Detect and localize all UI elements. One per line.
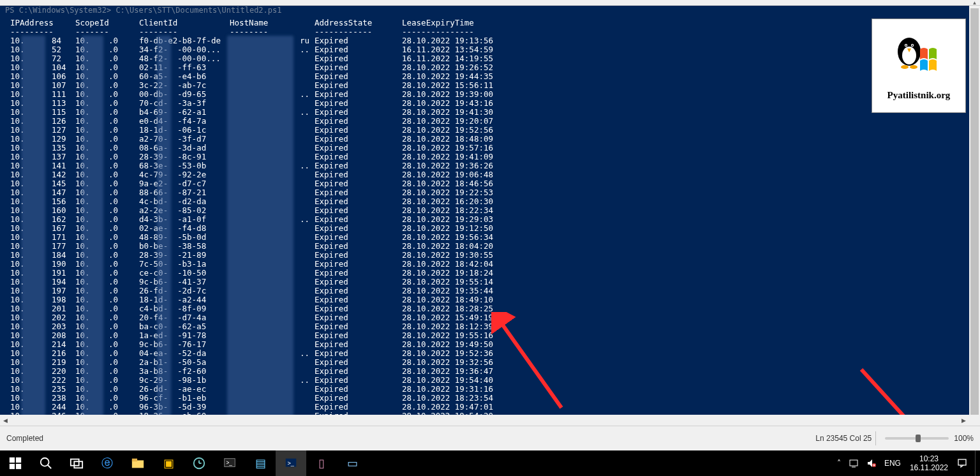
svg-point-3: [905, 45, 907, 46]
table-row: 10.19110..0ce-c0--10-50Expired28.10.2022…: [5, 269, 975, 278]
table-row: 10.11310..070-cd--3a-3fExpired28.10.2022…: [5, 99, 975, 108]
table-row: 10.17110..048-89--5b-0dExpired28.10.2022…: [5, 233, 975, 242]
table-row: 10.16010..0a2-2e--85-02Expired28.10.2022…: [5, 206, 975, 215]
table-row: 10.20110..0c4-bd--8f-09Expired28.10.2022…: [5, 304, 975, 313]
table-row: 10.5210..034-f2--00-00.....Expired16.11.…: [5, 45, 975, 54]
table-row: 10.14710..088-66--87-21Expired28.10.2022…: [5, 188, 975, 197]
table-row: 10.19410..09c-b6--41-37Expired28.10.2022…: [5, 278, 975, 286]
svg-point-8: [910, 65, 917, 69]
svg-rect-22: [132, 459, 137, 462]
table-row: 10.21410..09c-b6--76-17Expired28.10.2022…: [5, 340, 975, 349]
taskbar-app-explorer[interactable]: [122, 450, 153, 476]
table-row: 10.8410..0f0-db-e2-b8-7f-deruExpired28.1…: [5, 36, 975, 45]
table-row: 10.10710..03c-22--ab-7cExpired28.10.2022…: [5, 81, 975, 90]
window-titlebar: ▲: [0, 0, 980, 6]
task-view-button[interactable]: [61, 450, 92, 476]
scroll-corner: [969, 415, 980, 426]
table-row: 10.12910..0a2-70--3f-d7Expired28.10.2022…: [5, 135, 975, 144]
table-row: 10.20310..0ba-c0--62-a5Expired28.10.2022…: [5, 322, 975, 331]
table-row: 10.23510..026-dd--ae-ecExpired28.10.2022…: [5, 385, 975, 394]
svg-marker-32: [868, 459, 872, 467]
tray-clock[interactable]: 10:23 16.11.2022: [905, 454, 953, 472]
tray-language[interactable]: ENG: [880, 450, 905, 476]
table-row: 10.12710..018-1d--06-1cExpired28.10.2022…: [5, 126, 975, 135]
table-row: 10.16210..0d4-3b--a1-0f..Expired28.10.20…: [5, 215, 975, 224]
column-underline: ----------------------------------------…: [5, 27, 975, 36]
table-row: 10.23810..096-cf--b1-ebExpired28.10.2022…: [5, 394, 975, 403]
taskbar-app-generic1[interactable]: ▣: [153, 450, 184, 476]
watermark-logo: Pyatilistnik.org: [872, 19, 966, 113]
table-row: 10.20810..01a-ed--91-78Expired28.10.2022…: [5, 331, 975, 340]
svg-line-18: [48, 465, 52, 469]
table-row: 10.18410..028-39--21-89Expired28.10.2022…: [5, 251, 975, 260]
show-desktop-button[interactable]: [975, 450, 980, 476]
table-row: 10.11110..000-db--d9-65..Expired28.10.20…: [5, 90, 975, 99]
tray-network-icon[interactable]: [845, 450, 863, 476]
scroll-thumb[interactable]: [970, 8, 979, 417]
tray-time: 10:23: [910, 454, 948, 463]
table-row: 10.10410..002-11--ff-63Expired28.10.2022…: [5, 63, 975, 72]
taskbar-app-ie[interactable]: ⓔ: [92, 450, 122, 476]
table-row: 10.10610..060-a5--e4-b6Expired28.10.2022…: [5, 72, 975, 81]
table-row: 10.14210..04c-79--92-2eExpired28.10.2022…: [5, 170, 975, 179]
table-row: 10.15610..04c-bd--d2-daExpired28.10.2022…: [5, 197, 975, 206]
svg-rect-15: [10, 464, 15, 469]
table-row: 10.19810..018-1d--a2-44Expired28.10.2022…: [5, 295, 975, 304]
table-row: 10.22010..03a-b8--f2-60Expired28.10.2022…: [5, 367, 975, 376]
column-headers: IPAddressScopeIdClientIdHostNameAddressS…: [5, 19, 975, 27]
table-row: 10.13710..028-39--8c-91Expired28.10.2022…: [5, 152, 975, 161]
tray-expand-icon[interactable]: ˄: [833, 450, 845, 476]
table-row: 10.21610..004-ea--52-da..Expired28.10.20…: [5, 349, 975, 358]
svg-rect-36: [958, 459, 966, 465]
scroll-left-button[interactable]: ◀: [0, 415, 11, 426]
vertical-scrollbar[interactable]: [969, 6, 980, 426]
table-row: 10.7210..048-f2--00-00...Expired16.11.20…: [5, 54, 975, 63]
table-row: 10.19010..07c-50--b3-1aExpired28.10.2022…: [5, 260, 975, 269]
scroll-up-arrow[interactable]: ▲: [969, 0, 980, 6]
start-button[interactable]: [0, 450, 31, 476]
table-row: 10.22210..09c-29--98-1b..Expired28.10.20…: [5, 376, 975, 385]
table-row: 10.20210..020-f4--d7-4aExpired28.10.2022…: [5, 313, 975, 322]
horizontal-scrollbar[interactable]: ◀ ▶: [0, 415, 969, 426]
svg-point-7: [901, 65, 909, 69]
table-row: 10.11510..0b4-69--62-a1..Expired28.10.20…: [5, 108, 975, 117]
table-row: 10.14510..09a-e2--d7-c7Expired28.10.2022…: [5, 179, 975, 188]
svg-text:>_: >_: [226, 460, 233, 466]
table-row: 10.21910..02a-b1--50-5aExpired28.10.2022…: [5, 358, 975, 367]
svg-rect-30: [850, 460, 858, 466]
zoom-slider[interactable]: [885, 437, 949, 440]
table-row: 10.24410..096-3b--5d-39Expired28.10.2022…: [5, 403, 975, 412]
tray-date: 16.11.2022: [910, 463, 948, 472]
status-bar: Completed Ln 23545 Col 25 100%: [0, 426, 980, 450]
zoom-knob[interactable]: [916, 435, 921, 442]
prompt-line: PS C:\Windows\System32> C:\Users\STT\Doc…: [5, 6, 975, 15]
svg-text:>_: >_: [288, 460, 295, 466]
svg-rect-14: [16, 457, 21, 463]
svg-rect-16: [16, 464, 21, 469]
table-row: 10.14110..068-3e--53-0b..Expired28.10.20…: [5, 161, 975, 170]
tray-volume-icon[interactable]: [863, 450, 880, 476]
taskbar-app-generic2[interactable]: ▤: [245, 450, 276, 476]
hscroll-track[interactable]: [11, 415, 958, 426]
taskbar-app-cmd[interactable]: >_: [214, 450, 245, 476]
zoom-level: 100%: [954, 434, 974, 443]
watermark-text: Pyatilistnik.org: [887, 90, 951, 101]
powershell-output-pane[interactable]: PS C:\Windows\System32> C:\Users\STT\Doc…: [0, 6, 980, 426]
taskbar-app-generic4[interactable]: ▭: [337, 450, 368, 476]
taskbar: ⓔ ▣ >_ ▤ >_ ▯ ▭ ˄ ENG 10:23 16.11.2022: [0, 450, 980, 476]
taskbar-app-generic3[interactable]: ▯: [306, 450, 337, 476]
tray-action-center-icon[interactable]: [953, 450, 971, 476]
table-row: 10.13510..008-6a--3d-adExpired28.10.2022…: [5, 144, 975, 152]
svg-point-17: [41, 458, 49, 466]
svg-rect-13: [10, 457, 15, 463]
scroll-right-button[interactable]: ▶: [958, 415, 969, 426]
search-button[interactable]: [31, 450, 61, 476]
table-row: 10.12610..0e0-d4--f4-7aExpired28.10.2022…: [5, 117, 975, 126]
status-text: Completed: [6, 434, 43, 443]
svg-point-5: [912, 45, 913, 46]
cursor-position: Ln 23545 Col 25: [815, 434, 872, 443]
taskbar-app-powershell-ise[interactable]: >_: [276, 450, 306, 476]
table-row: 10.16710..002-ae--f4-d8Expired28.10.2022…: [5, 224, 975, 233]
taskbar-app-clock[interactable]: [184, 450, 214, 476]
table-row: 10.17710..0b0-be--38-58Expired28.10.2022…: [5, 242, 975, 251]
